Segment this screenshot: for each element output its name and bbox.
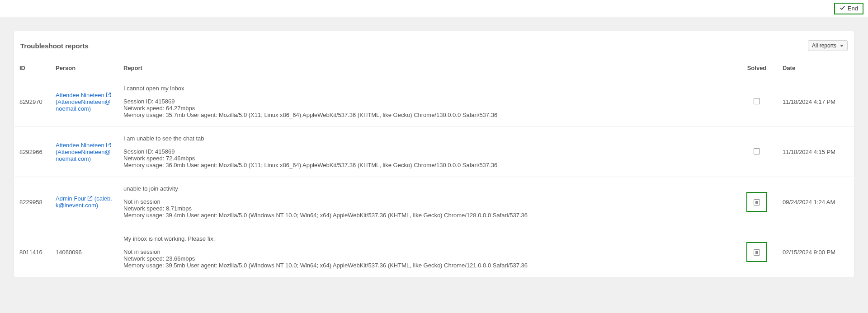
cell-person: Attendee Nineteen (AttendeeNineteen@noem… bbox=[50, 77, 118, 127]
person-name: Admin Four bbox=[56, 195, 86, 202]
report-issue: I am unable to see the chat tab bbox=[123, 135, 731, 142]
cell-person: Admin Four (caleb.k@inevent.com) bbox=[50, 177, 118, 227]
col-header-report: Report bbox=[118, 56, 736, 77]
report-session: Not in session bbox=[123, 248, 731, 255]
person-email: (AttendeeNineteen@noemail.com) bbox=[56, 149, 111, 162]
report-network: Network speed: 64.27mbps bbox=[123, 105, 731, 112]
table-row: 801141614060096My inbox is not working. … bbox=[14, 227, 854, 277]
col-header-solved: Solved bbox=[736, 56, 777, 77]
cell-id: 8229958 bbox=[14, 177, 50, 227]
external-link-icon bbox=[106, 92, 111, 98]
report-network: Network speed: 8.71mbps bbox=[123, 205, 731, 212]
report-memory: Memory usage: 39.5mb User agent: Mozilla… bbox=[123, 262, 731, 269]
card-header: Troubleshoot reports All reports bbox=[14, 31, 854, 56]
person-link[interactable]: Attendee Nineteen (AttendeeNineteen@noem… bbox=[56, 92, 111, 112]
top-bar: End bbox=[0, 0, 868, 17]
solved-checkbox[interactable] bbox=[754, 249, 760, 256]
report-memory: Memory usage: 36.0mb User agent: Mozilla… bbox=[123, 162, 731, 168]
cell-report: unable to join activityNot in sessionNet… bbox=[118, 177, 736, 227]
cell-solved bbox=[736, 177, 777, 227]
report-memory: Memory usage: 35.7mb User agent: Mozilla… bbox=[123, 112, 731, 118]
cell-solved bbox=[736, 127, 777, 177]
person-name: 14060096 bbox=[56, 249, 82, 256]
solved-checkbox[interactable] bbox=[754, 199, 760, 206]
cell-date: 11/18/2024 4:17 PM bbox=[777, 77, 854, 127]
cell-report: My inbox is not working. Please fix.Not … bbox=[118, 227, 736, 277]
cell-solved bbox=[736, 227, 777, 277]
check-icon bbox=[840, 5, 845, 12]
external-link-icon bbox=[87, 196, 93, 201]
report-issue: I cannot open my inbox bbox=[123, 85, 731, 92]
col-header-date: Date bbox=[777, 56, 854, 77]
end-button[interactable]: End bbox=[834, 3, 863, 14]
cell-person: 14060096 bbox=[50, 227, 118, 277]
reports-filter-label: All reports bbox=[812, 42, 836, 49]
solved-checkbox[interactable] bbox=[754, 98, 760, 104]
cell-date: 11/18/2024 4:15 PM bbox=[777, 127, 854, 177]
col-header-person: Person bbox=[50, 56, 118, 77]
reports-filter-dropdown[interactable]: All reports bbox=[808, 40, 848, 51]
external-link-icon bbox=[106, 142, 111, 148]
table-header-row: ID Person Report Solved Date bbox=[14, 56, 854, 77]
page-wrap: Troubleshoot reports All reports ID Pers… bbox=[0, 17, 868, 291]
report-issue: My inbox is not working. Please fix. bbox=[123, 235, 731, 242]
cell-date: 09/24/2024 1:24 AM bbox=[777, 177, 854, 227]
report-memory: Memory usage: 39.4mb User agent: Mozilla… bbox=[123, 212, 731, 219]
card-title: Troubleshoot reports bbox=[20, 42, 89, 50]
cell-id: 8292970 bbox=[14, 77, 50, 127]
solved-highlight bbox=[746, 242, 767, 262]
cell-solved bbox=[736, 77, 777, 127]
person-email: (AttendeeNineteen@noemail.com) bbox=[56, 98, 111, 112]
report-session: Session ID: 415869 bbox=[123, 148, 731, 155]
person-name: Attendee Nineteen bbox=[56, 92, 104, 98]
report-session: Session ID: 415869 bbox=[123, 98, 731, 105]
report-network: Network speed: 72.46mbps bbox=[123, 155, 731, 162]
col-header-id: ID bbox=[14, 56, 50, 77]
cell-person: Attendee Nineteen (AttendeeNineteen@noem… bbox=[50, 127, 118, 177]
person-name: Attendee Nineteen bbox=[56, 142, 104, 149]
report-issue: unable to join activity bbox=[123, 185, 731, 192]
solved-checkbox[interactable] bbox=[754, 148, 760, 154]
cell-report: I cannot open my inboxSession ID: 415869… bbox=[118, 77, 736, 127]
table-row: 8229958Admin Four (caleb.k@inevent.com)u… bbox=[14, 177, 854, 227]
reports-card: Troubleshoot reports All reports ID Pers… bbox=[14, 31, 854, 277]
cell-id: 8292966 bbox=[14, 127, 50, 177]
person-link[interactable]: Admin Four (caleb.k@inevent.com) bbox=[56, 195, 112, 209]
caret-down-icon bbox=[840, 45, 844, 47]
report-network: Network speed: 23.66mbps bbox=[123, 255, 731, 262]
end-button-label: End bbox=[848, 5, 858, 12]
cell-date: 02/15/2024 9:00 PM bbox=[777, 227, 854, 277]
solved-highlight bbox=[746, 192, 767, 212]
cell-report: I am unable to see the chat tabSession I… bbox=[118, 127, 736, 177]
table-row: 8292966Attendee Nineteen (AttendeeNinete… bbox=[14, 127, 854, 177]
reports-table: ID Person Report Solved Date 8292970Atte… bbox=[14, 56, 854, 277]
report-session: Not in session bbox=[123, 198, 731, 205]
table-row: 8292970Attendee Nineteen (AttendeeNinete… bbox=[14, 77, 854, 127]
person-link[interactable]: Attendee Nineteen (AttendeeNineteen@noem… bbox=[56, 142, 111, 162]
cell-id: 8011416 bbox=[14, 227, 50, 277]
